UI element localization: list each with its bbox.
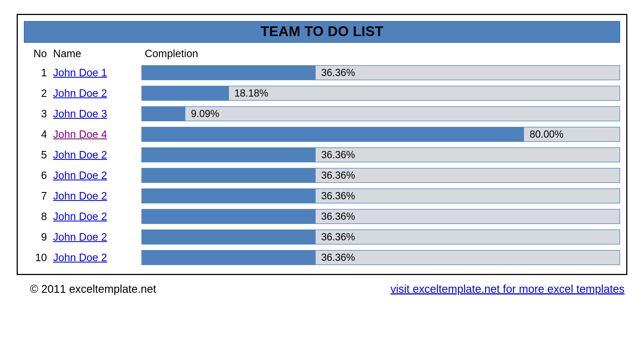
progress-bar: 36.36% bbox=[141, 188, 620, 203]
row-no: 8 bbox=[24, 211, 53, 223]
progress-bar: 9.09% bbox=[141, 106, 620, 121]
footer-link[interactable]: visit exceltemplate.net for more excel t… bbox=[390, 283, 625, 295]
completion-cell: 36.36% bbox=[136, 188, 620, 203]
progress-bar: 36.36% bbox=[141, 147, 620, 162]
progress-bar: 36.36% bbox=[141, 168, 620, 183]
name-link[interactable]: John Doe 2 bbox=[53, 190, 107, 202]
table-row: 10John Doe 236.36% bbox=[24, 247, 620, 268]
completion-cell: 18.18% bbox=[136, 86, 620, 101]
table-row: 2John Doe 218.18% bbox=[24, 83, 620, 104]
row-name: John Doe 2 bbox=[53, 252, 136, 264]
progress-fill bbox=[142, 210, 316, 223]
table-row: 3John Doe 39.09% bbox=[24, 104, 620, 124]
row-no: 2 bbox=[24, 87, 53, 99]
progress-bar: 36.36% bbox=[141, 209, 620, 224]
completion-cell: 80.00% bbox=[136, 127, 620, 142]
progress-fill bbox=[142, 148, 316, 162]
row-no: 4 bbox=[24, 128, 53, 140]
table-row: 7John Doe 236.36% bbox=[24, 186, 620, 206]
table-row: 5John Doe 236.36% bbox=[24, 145, 620, 165]
row-no: 5 bbox=[24, 149, 53, 161]
name-link[interactable]: John Doe 2 bbox=[53, 211, 107, 222]
page-title: TEAM TO DO LIST bbox=[24, 23, 620, 39]
progress-fill bbox=[142, 251, 316, 264]
table-row: 9John Doe 236.36% bbox=[24, 227, 620, 247]
name-link[interactable]: John Doe 2 bbox=[53, 170, 107, 181]
progress-label: 36.36% bbox=[316, 211, 355, 222]
name-link[interactable]: John Doe 2 bbox=[53, 231, 107, 243]
progress-fill bbox=[142, 66, 316, 80]
row-no: 6 bbox=[24, 170, 53, 182]
table-header: No Name Completion bbox=[24, 46, 620, 62]
name-link[interactable]: John Doe 4 bbox=[53, 128, 107, 140]
footer-link-wrap: visit exceltemplate.net for more excel t… bbox=[390, 283, 625, 295]
header-completion: Completion bbox=[136, 48, 620, 60]
name-link[interactable]: John Doe 2 bbox=[53, 252, 107, 263]
header-no: No bbox=[24, 48, 53, 60]
copyright-text: © 2011 exceltemplate.net bbox=[30, 283, 156, 295]
progress-label: 36.36% bbox=[316, 149, 355, 161]
table-row: 6John Doe 236.36% bbox=[24, 165, 620, 186]
row-no: 3 bbox=[24, 108, 53, 120]
progress-label: 36.36% bbox=[316, 231, 355, 243]
name-link[interactable]: John Doe 3 bbox=[53, 108, 107, 120]
row-name: John Doe 3 bbox=[53, 108, 136, 120]
completion-cell: 36.36% bbox=[136, 250, 620, 265]
row-name: John Doe 2 bbox=[53, 87, 136, 99]
row-no: 9 bbox=[24, 231, 53, 243]
header-name: Name bbox=[53, 48, 136, 60]
row-name: John Doe 2 bbox=[53, 190, 136, 202]
progress-label: 18.18% bbox=[229, 87, 268, 99]
progress-fill bbox=[142, 127, 524, 141]
progress-bar: 36.36% bbox=[141, 65, 620, 80]
row-no: 1 bbox=[24, 67, 53, 79]
progress-bar: 80.00% bbox=[141, 127, 620, 142]
row-name: John Doe 2 bbox=[53, 149, 136, 161]
completion-cell: 36.36% bbox=[136, 209, 620, 224]
table-body: 1John Doe 136.36%2John Doe 218.18%3John … bbox=[24, 62, 620, 268]
name-link[interactable]: John Doe 1 bbox=[53, 67, 107, 79]
progress-bar: 18.18% bbox=[141, 86, 620, 101]
table-row: 4John Doe 480.00% bbox=[24, 124, 620, 145]
progress-label: 9.09% bbox=[185, 108, 219, 120]
progress-bar: 36.36% bbox=[141, 230, 620, 244]
row-name: John Doe 4 bbox=[53, 128, 136, 140]
progress-label: 36.36% bbox=[316, 170, 355, 181]
title-bar: TEAM TO DO LIST bbox=[24, 21, 620, 43]
table-row: 8John Doe 236.36% bbox=[24, 206, 620, 227]
progress-label: 36.36% bbox=[316, 67, 355, 79]
row-no: 10 bbox=[24, 252, 53, 264]
completion-cell: 36.36% bbox=[136, 230, 620, 244]
row-name: John Doe 2 bbox=[53, 170, 136, 182]
completion-cell: 9.09% bbox=[136, 106, 620, 121]
progress-label: 36.36% bbox=[316, 190, 355, 202]
table-row: 1John Doe 136.36% bbox=[24, 62, 620, 83]
progress-label: 36.36% bbox=[316, 252, 355, 263]
row-name: John Doe 2 bbox=[53, 211, 136, 223]
name-link[interactable]: John Doe 2 bbox=[53, 87, 107, 99]
progress-fill bbox=[142, 230, 316, 244]
progress-fill bbox=[142, 189, 316, 203]
row-no: 7 bbox=[24, 190, 53, 202]
progress-fill bbox=[142, 168, 316, 182]
completion-cell: 36.36% bbox=[136, 147, 620, 162]
progress-label: 80.00% bbox=[524, 128, 563, 140]
progress-fill bbox=[142, 107, 185, 121]
name-link[interactable]: John Doe 2 bbox=[53, 149, 107, 161]
row-name: John Doe 2 bbox=[53, 231, 136, 243]
progress-fill bbox=[142, 86, 229, 100]
completion-cell: 36.36% bbox=[136, 65, 620, 80]
footer: © 2011 exceltemplate.net visit exceltemp… bbox=[17, 275, 627, 295]
completion-cell: 36.36% bbox=[136, 168, 620, 183]
row-name: John Doe 1 bbox=[53, 67, 136, 79]
progress-bar: 36.36% bbox=[141, 250, 620, 265]
content-frame: TEAM TO DO LIST No Name Completion 1John… bbox=[17, 14, 627, 275]
